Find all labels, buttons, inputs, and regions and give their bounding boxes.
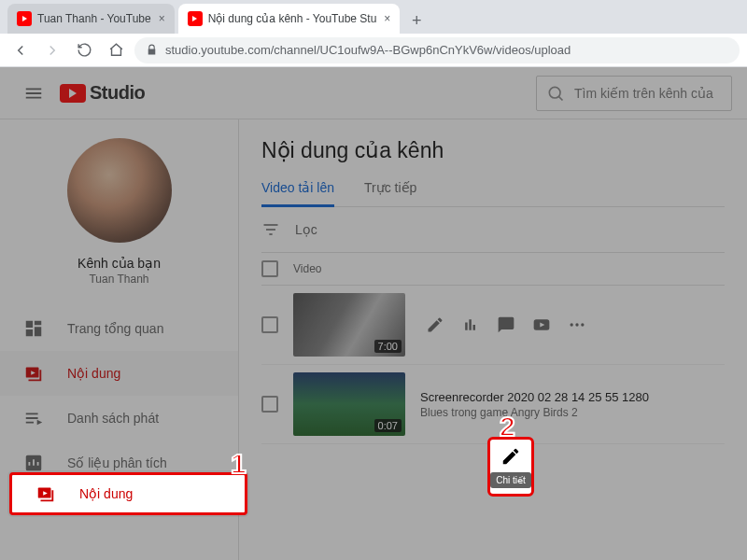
channel-block: Kênh của bạn Tuan Thanh bbox=[0, 119, 238, 299]
video-duration: 7:00 bbox=[374, 340, 402, 353]
annotation-number-1: 1 bbox=[231, 448, 247, 480]
comments-icon[interactable] bbox=[495, 314, 517, 336]
youtube-studio-app: Studio Kênh của bạn Tuan Thanh bbox=[0, 67, 747, 560]
analytics-icon bbox=[22, 452, 45, 474]
filter-label: Lọc bbox=[295, 222, 317, 237]
logo-text: Studio bbox=[90, 82, 145, 104]
select-all-checkbox[interactable] bbox=[261, 260, 278, 277]
channel-label: Kênh của bạn bbox=[78, 256, 161, 271]
search-box[interactable] bbox=[536, 76, 732, 111]
edit-icon[interactable] bbox=[424, 314, 446, 336]
sidebar-item-label: Danh sách phát bbox=[67, 411, 159, 426]
tab-uploads[interactable]: Video tải lên bbox=[261, 180, 334, 206]
sidebar-item-label: Nội dung bbox=[67, 366, 120, 381]
analytics-icon[interactable] bbox=[459, 314, 482, 336]
video-title: Screenrecorder 2020 02 28 14 25 55 1280 bbox=[420, 390, 649, 404]
tab-title: Nội dung của kênh - YouTube Stu bbox=[208, 12, 377, 25]
row-checkbox[interactable] bbox=[261, 396, 278, 413]
browser-toolbar: studio.youtube.com/channel/UC1oufw9A--BG… bbox=[0, 34, 747, 67]
youtube-favicon bbox=[17, 11, 32, 26]
svg-point-0 bbox=[549, 87, 560, 98]
youtube-icon[interactable] bbox=[530, 314, 553, 336]
close-icon[interactable]: × bbox=[384, 12, 390, 25]
browser-tab-active[interactable]: Nội dung của kênh - YouTube Stu × bbox=[178, 4, 401, 34]
new-tab-button[interactable]: + bbox=[403, 7, 430, 34]
sidebar-item-playlists[interactable]: Danh sách phát bbox=[0, 396, 238, 441]
column-header-video: Video bbox=[293, 262, 321, 275]
channel-name: Tuan Thanh bbox=[89, 273, 148, 286]
row-checkbox[interactable] bbox=[261, 316, 278, 333]
svg-point-6 bbox=[581, 323, 584, 326]
avatar[interactable] bbox=[67, 138, 172, 243]
video-subtitle: Blues trong game Angry Birds 2 bbox=[420, 406, 649, 419]
hamburger-menu-button[interactable] bbox=[15, 75, 52, 112]
row-actions bbox=[424, 314, 588, 336]
lock-icon bbox=[146, 44, 158, 56]
filter-bar[interactable]: Lọc bbox=[261, 207, 725, 252]
youtube-favicon bbox=[188, 11, 203, 26]
table-row[interactable]: 7:00 bbox=[261, 286, 725, 365]
video-thumbnail[interactable]: 0:07 bbox=[293, 372, 405, 436]
annotation-highlight-edit-button: Chi tiết bbox=[487, 437, 534, 497]
table-header: Video bbox=[261, 252, 725, 286]
annotation-number-2: 2 bbox=[500, 411, 515, 442]
svg-point-5 bbox=[575, 323, 578, 326]
content-tabs: Video tải lên Trực tiếp bbox=[261, 180, 725, 207]
app-bar: Studio bbox=[0, 67, 747, 119]
options-icon[interactable] bbox=[566, 314, 588, 336]
search-icon bbox=[546, 84, 565, 103]
annotation-highlight-sidebar-content: Nội dung bbox=[9, 472, 247, 515]
sidebar-item-label: Số liệu phân tích bbox=[67, 455, 167, 470]
close-icon[interactable]: × bbox=[159, 12, 165, 25]
content-icon bbox=[22, 362, 45, 385]
video-duration: 0:07 bbox=[374, 419, 402, 432]
tab-title: Tuan Thanh - YouTube bbox=[37, 12, 151, 25]
url-text: studio.youtube.com/channel/UC1oufw9A--BG… bbox=[165, 43, 571, 57]
sidebar-item-dashboard[interactable]: Trang tổng quan bbox=[0, 306, 238, 351]
forward-button[interactable] bbox=[39, 37, 65, 63]
youtube-logo-icon bbox=[60, 84, 86, 103]
tab-live[interactable]: Trực tiếp bbox=[364, 180, 416, 206]
playlist-icon bbox=[22, 407, 45, 429]
content-icon bbox=[35, 483, 57, 505]
back-button[interactable] bbox=[7, 37, 34, 63]
sidebar-nav: Trang tổng quan Nội dung Danh sách phát bbox=[0, 299, 238, 493]
address-field[interactable]: studio.youtube.com/channel/UC1oufw9A--BG… bbox=[134, 37, 740, 63]
filter-icon bbox=[261, 220, 280, 239]
pencil-icon bbox=[500, 446, 521, 467]
tooltip-detail: Chi tiết bbox=[490, 472, 531, 488]
svg-point-4 bbox=[571, 323, 573, 326]
studio-logo[interactable]: Studio bbox=[60, 82, 145, 104]
home-button[interactable] bbox=[103, 37, 129, 63]
video-thumbnail[interactable]: 7:00 bbox=[293, 293, 405, 357]
page-title: Nội dung của kênh bbox=[261, 138, 725, 163]
annotation-label: Nội dung bbox=[79, 486, 133, 501]
table-row[interactable]: 0:07 Screenrecorder 2020 02 28 14 25 55 … bbox=[261, 365, 725, 444]
browser-tab[interactable]: Tuan Thanh - YouTube × bbox=[7, 4, 175, 34]
dashboard-icon bbox=[22, 317, 45, 340]
reload-button[interactable] bbox=[71, 37, 97, 63]
search-input[interactable] bbox=[574, 86, 724, 101]
browser-tab-strip: Tuan Thanh - YouTube × Nội dung của kênh… bbox=[0, 0, 747, 34]
sidebar-item-label: Trang tổng quan bbox=[67, 321, 163, 336]
sidebar-item-content[interactable]: Nội dung bbox=[0, 351, 238, 396]
